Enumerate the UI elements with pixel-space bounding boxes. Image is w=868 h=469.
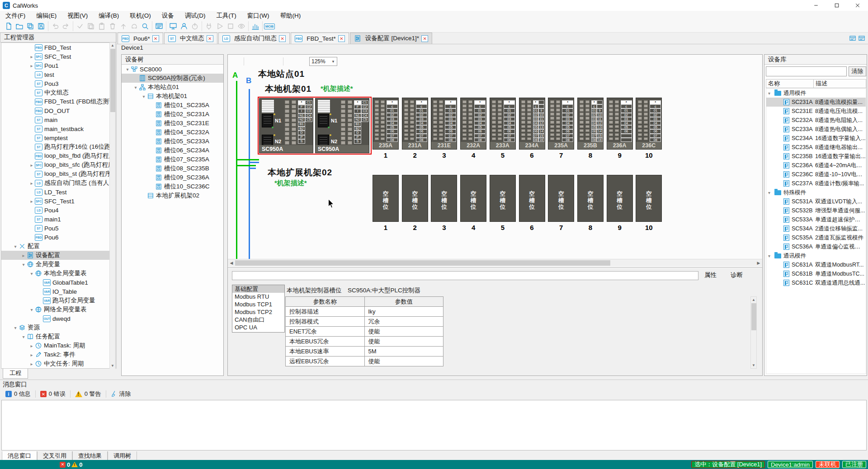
pin-icon[interactable]	[89, 34, 96, 41]
empty-slot[interactable]: 空槽位	[431, 175, 457, 222]
io-module-235a[interactable]: *c0102030405060708235A	[548, 98, 574, 150]
upload-icon[interactable]	[118, 21, 129, 31]
config-section-1[interactable]: 基础配置	[232, 285, 284, 293]
stop-icon[interactable]	[225, 21, 236, 31]
menu-item-1[interactable]: 文件(F)	[0, 11, 31, 20]
empty-slot[interactable]: 空槽位	[577, 175, 604, 222]
tree-item[interactable]: OUTdweqd	[1, 314, 115, 323]
library-name-header[interactable]: 名称	[766, 80, 814, 88]
library-item[interactable]: SC237A8通道计数/频率输...	[766, 179, 866, 188]
tree-item[interactable]: FBDFBD_Test1 (FBD组态测试)	[1, 97, 115, 106]
tree-item[interactable]: FBDPou6	[1, 233, 115, 242]
attributes-button[interactable]: 属性	[702, 270, 727, 280]
controller-module-sc950a[interactable]: N1N2*C1FC2IC3N1C4N2C5B1B2DPSSC950A	[259, 98, 313, 153]
tree-item[interactable]: ST跑马灯程序16位 (16位跑...	[1, 142, 115, 151]
library-item[interactable]: SC231A8通道电流模拟量...	[766, 98, 866, 107]
login-icon[interactable]	[179, 21, 189, 31]
menu-item-8[interactable]: 工具(T)	[211, 11, 242, 20]
tree-item[interactable]: 槽位08_SC235B	[122, 164, 223, 173]
tree-item[interactable]: FBDloop_bits_fbd (跑马灯程序)	[1, 151, 115, 160]
collapse-icon[interactable]: ▾	[12, 244, 19, 249]
tree-item[interactable]: STPou3	[1, 79, 115, 88]
tree-item[interactable]: ▾本地站点01	[122, 83, 223, 92]
delete-icon[interactable]	[270, 56, 281, 66]
menu-item-10[interactable]: 帮助(H)	[274, 11, 306, 20]
window-list-icon[interactable]	[849, 35, 856, 42]
tree-item[interactable]: ▾本地机架01	[122, 92, 223, 101]
tab-pou6[interactable]: FBDPou6*✕	[118, 33, 163, 44]
library-search-input[interactable]	[766, 66, 847, 76]
zoom-in-icon[interactable]	[286, 56, 297, 66]
library-item[interactable]: SC234A16通道数字量输入...	[766, 134, 866, 143]
tab-close-icon[interactable]: ✕	[279, 35, 286, 42]
float-window-icon[interactable]	[98, 34, 105, 41]
tab-[interactable]: ST中文组态✕	[164, 33, 217, 44]
menu-item-9[interactable]: 窗口(W)	[242, 11, 275, 20]
io-module-233a[interactable]: *c0102030405060708233A	[490, 98, 516, 150]
warning-filter-button[interactable]: 0 警告	[71, 389, 105, 399]
config-section-5[interactable]: CAN自由口	[232, 316, 284, 324]
tab-[interactable]: LD感应自动门组态✕	[218, 33, 290, 44]
library-item[interactable]: SC631B单通道ModbusTC...	[766, 269, 866, 278]
loop-icon[interactable]	[129, 21, 140, 31]
minimize-button[interactable]	[806, 0, 826, 11]
redo-icon[interactable]	[61, 21, 71, 31]
tree-item[interactable]: LDLD_Test	[1, 188, 115, 197]
library-group[interactable]: ▾特殊模件	[766, 188, 866, 197]
tree-item[interactable]: 槽位07_SC235A	[122, 155, 223, 164]
empty-slot[interactable]: 空槽位	[636, 175, 662, 222]
io-module-235b[interactable]: *c0190210031104120513061407150816235B	[577, 98, 604, 150]
expand-icon[interactable]: ▸	[20, 253, 27, 258]
save-all-icon[interactable]	[25, 21, 36, 31]
empty-slot[interactable]: 空槽位	[607, 175, 633, 222]
tab-close-icon[interactable]: ✕	[152, 35, 159, 42]
collapse-icon[interactable]: ▾	[141, 94, 147, 99]
save-icon[interactable]	[36, 21, 47, 31]
bottom-tab-3[interactable]: 查找结果	[72, 451, 108, 460]
menu-item-5[interactable]: 联机(O)	[124, 11, 156, 20]
paste-icon[interactable]	[96, 21, 107, 31]
expand-icon[interactable]: ▸	[28, 163, 35, 168]
tab-close-icon[interactable]: ✕	[338, 35, 345, 42]
plug-icon[interactable]	[203, 21, 214, 31]
tree-item[interactable]: ▾本地全局变量表	[1, 269, 115, 278]
run-icon[interactable]	[214, 21, 225, 31]
tree-item[interactable]: ▸设备配置	[1, 251, 115, 260]
param-value[interactable]: 5M	[364, 347, 443, 356]
tree-item[interactable]: 本地扩展机架02	[122, 191, 223, 200]
zoom-level-select[interactable]: 125% ▼	[309, 57, 337, 66]
tree-item[interactable]: 槽位05_SC233A	[122, 137, 223, 146]
trash-icon[interactable]	[107, 21, 118, 31]
library-item[interactable]: SC631C双通道通用总线通...	[766, 278, 866, 287]
compile-check-icon[interactable]	[75, 21, 85, 31]
config-section-4[interactable]: Modbus TCP2	[232, 308, 284, 316]
menu-item-3[interactable]: 视图(V)	[62, 11, 93, 20]
library-item[interactable]: SC236A6通道4~20mA电流...	[766, 161, 866, 170]
bottom-tab-2[interactable]: 交叉引用	[37, 451, 72, 460]
param-value[interactable]: 使能	[364, 327, 443, 337]
collapse-icon[interactable]: ▾	[132, 85, 139, 90]
empty-slot[interactable]: 空槽位	[490, 175, 516, 222]
float-window-icon[interactable]	[848, 381, 855, 388]
tree-item[interactable]: ▸SFCSFC_Test	[1, 52, 115, 61]
tree-item[interactable]: 槽位03_SC231E	[122, 119, 223, 128]
tree-item[interactable]: STmain	[1, 115, 115, 124]
param-value[interactable]: 使能	[364, 356, 443, 366]
search-icon[interactable]	[140, 21, 151, 31]
window-layout-icon[interactable]	[858, 35, 865, 42]
tab-project[interactable]: 工程	[3, 369, 28, 379]
tree-item[interactable]: ▸Task2: 事件	[1, 350, 115, 359]
tree-item[interactable]: STPou5	[1, 224, 115, 233]
tree-item[interactable]: LDtest	[1, 70, 115, 79]
tab-close-icon[interactable]: ✕	[207, 35, 213, 42]
zoom-out-icon[interactable]	[297, 56, 308, 66]
library-group[interactable]: ▾通讯模件	[766, 251, 866, 260]
controller-module-sc950a[interactable]: N1N2*C1FC2IC3N1C4N2C5B1B2DPSSC950A	[315, 98, 369, 153]
tree-item[interactable]: ▾全局变量	[1, 260, 115, 269]
expand-icon[interactable]: ▸	[28, 352, 35, 357]
library-item[interactable]: SC233A8通道热电偶输入...	[766, 125, 866, 134]
tab-close-icon[interactable]: ✕	[421, 35, 428, 42]
library-group[interactable]: ▾通用模件	[766, 89, 866, 98]
tree-item[interactable]: STmain1	[1, 215, 115, 224]
io-module-234a[interactable]: *c0190210031104120513061407150816234A	[519, 98, 545, 150]
